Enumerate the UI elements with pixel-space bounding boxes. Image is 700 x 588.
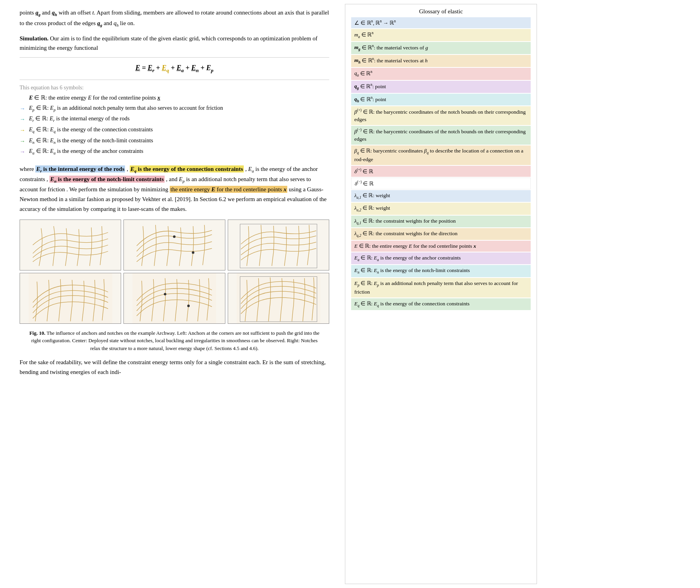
symbol-Ep-text: Ep ∈ ℝ: Ep is an additional notch penalt…	[29, 103, 223, 113]
svg-rect-1	[132, 220, 216, 270]
glossary-entry-17: Ea ∈ ℝ: Ea is the energy of the anchor c…	[351, 252, 531, 264]
description-paragraph: where Er is the internal energy of the r…	[20, 164, 329, 214]
main-content: points qg and qh with an offset t. Apart…	[0, 0, 341, 588]
intro-paragraph: points qg and qh with an offset t. Apart…	[20, 8, 329, 29]
svg-rect-0	[29, 220, 112, 270]
svg-point-9	[187, 305, 190, 307]
symbol-list: E ∈ ℝ: the entire energy E for the rod c…	[20, 93, 329, 156]
svg-point-8	[164, 293, 166, 295]
glossary-entry-3: mh ∈ ℝn: the material vectors at h	[351, 55, 531, 67]
figure-bottom-center	[123, 273, 225, 324]
glossary-entry-6: qh ∈ ℝn: point	[351, 94, 531, 106]
arrow-En: →	[20, 137, 27, 145]
glossary-entry-15: λq,2 ∈ ℝ: the constraint weights for the…	[351, 228, 531, 240]
figure-bottom-left	[20, 273, 121, 324]
svg-rect-6	[29, 273, 112, 323]
divider-bottom	[20, 80, 329, 80]
divider-top	[20, 57, 329, 58]
glossary-entry-11: δ(−) ∈ ℝ	[351, 178, 531, 189]
glossary-entry-20: Eq ∈ ℝ: Eq is the energy of the connecti…	[351, 298, 531, 310]
glossary-entry-13: λa,2 ∈ ℝ: weight	[351, 203, 531, 214]
symbol-Er-text: Er ∈ ℝ: Er is the internal energy of the…	[29, 114, 130, 124]
symbol-E: E ∈ ℝ: the entire energy E for the rod c…	[20, 93, 329, 102]
arrow-Ep: →	[20, 104, 27, 113]
svg-point-3	[192, 251, 194, 254]
symbol-En: → En ∈ ℝ: En is the energy of the notch-…	[20, 136, 329, 146]
main-equation: E = Er + Eq + Ea + En + Ep	[20, 64, 329, 74]
symbol-Eq-text: Eq ∈ ℝ: Eq is the energy of the connecti…	[29, 125, 153, 135]
figure-bottom-right	[228, 273, 329, 324]
arrow-Er: →	[20, 115, 27, 123]
glossary-entry-19: Ep ∈ ℝ: Ep is an additional notch penalt…	[351, 278, 531, 298]
arrow-Ea: →	[20, 147, 27, 156]
symbol-Ea-text: Ea ∈ ℝ: Ea is the energy of the anchor c…	[29, 147, 143, 156]
glossary-entry-1: ma ∈ ℝn	[351, 29, 531, 41]
figures-grid	[20, 220, 329, 324]
symbol-En-text: En ∈ ℝ: En is the energy of the notch-li…	[29, 136, 153, 146]
qg-symbol2: qg	[97, 20, 102, 26]
symbol-E-text: E ∈ ℝ: the entire energy E for the rod c…	[29, 93, 160, 102]
symbol-Ea: → Ea ∈ ℝ: Ea is the energy of the anchor…	[20, 147, 329, 156]
figure-top-right	[228, 220, 329, 270]
figure-caption: Fig. 10. The influence of anchors and no…	[20, 329, 329, 352]
glossary-entry-0: ∠ ∈ ℝn, ℝn → ℝn	[351, 17, 531, 28]
svg-point-2	[173, 235, 176, 238]
hl-En: En is the energy of the notch-limit cons…	[49, 176, 165, 183]
sidebar-title: Glossary of elastic	[351, 8, 531, 15]
svg-rect-7	[132, 273, 216, 323]
equation-label: This equation has 6 symbols:	[20, 85, 329, 91]
glossary-entry-7: β(+) ∈ ℝ: the barycentric coordinates of…	[351, 106, 531, 125]
final-paragraph: For the sake of readability, we will def…	[20, 358, 329, 377]
hl-Eq: Eq is the energy of the connection const…	[130, 165, 244, 172]
arrow-Eq: →	[20, 126, 27, 134]
glossary-entry-8: β(−) ∈ ℝ: the barycentric coordinates of…	[351, 126, 531, 145]
simulation-paragraph: Simulation. Our aim is to find the equil…	[20, 34, 329, 53]
symbol-Er: → Er ∈ ℝ: Er is the internal energy of t…	[20, 114, 329, 124]
svg-rect-10	[237, 273, 320, 323]
hl-Er: Er is the internal energy of the rods	[35, 165, 125, 172]
symbol-Ep: → Ep ∈ ℝ: Ep is an additional notch pena…	[20, 103, 329, 113]
glossary-entry-9: βq ∈ ℝ: barycentric coordinates βq to de…	[351, 145, 531, 165]
figure-top-center	[123, 220, 225, 270]
glossary-entry-14: λq,1 ∈ ℝ: the constraint weights for the…	[351, 216, 531, 227]
glossary-entry-4: qa ∈ ℝn	[351, 68, 531, 80]
glossary-entry-16: E ∈ ℝ: the entire energy E for the rod c…	[351, 241, 531, 252]
glossary-entry-5: qg ∈ ℝn: point	[351, 81, 531, 93]
glossary-entry-10: δ(+) ∈ ℝ	[351, 166, 531, 177]
glossary-entry-18: En ∈ ℝ: En is the energy of the notch-li…	[351, 265, 531, 277]
hl-E: the entire energy E for the rod centerli…	[170, 186, 287, 193]
glossary-entry-2: mg ∈ ℝn: the material vectors of g	[351, 42, 531, 54]
glossary-sidebar: Glossary of elastic ∠ ∈ ℝn, ℝn → ℝn ma ∈…	[345, 4, 537, 584]
figure-top-left	[20, 220, 121, 270]
qh-symbol: qh	[52, 9, 57, 16]
glossary-entry-12: λa,1 ∈ ℝ: weight	[351, 190, 531, 202]
symbol-Eq: → Eq ∈ ℝ: Eq is the energy of the connec…	[20, 125, 329, 135]
qg-symbol: qg	[35, 9, 40, 16]
